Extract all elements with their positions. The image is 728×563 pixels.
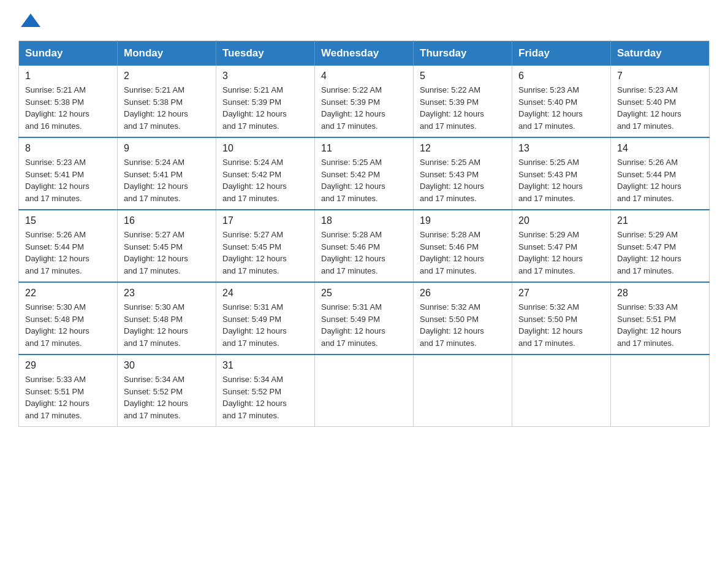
day-number: 11 [321, 143, 407, 154]
calendar-cell: 24 Sunrise: 5:31 AM Sunset: 5:49 PM Dayl… [216, 282, 315, 354]
calendar-cell: 31 Sunrise: 5:34 AM Sunset: 5:52 PM Dayl… [216, 354, 315, 427]
calendar-week-row: 29 Sunrise: 5:33 AM Sunset: 5:51 PM Dayl… [19, 354, 710, 427]
calendar-cell: 27 Sunrise: 5:32 AM Sunset: 5:50 PM Dayl… [512, 282, 611, 354]
calendar-cell: 1 Sunrise: 5:21 AM Sunset: 5:38 PM Dayli… [19, 66, 118, 137]
day-info: Sunrise: 5:28 AM Sunset: 5:46 PM Dayligh… [420, 229, 506, 277]
logo-text [18, 12, 43, 29]
day-info: Sunrise: 5:30 AM Sunset: 5:48 PM Dayligh… [124, 301, 210, 349]
day-number: 18 [321, 215, 407, 226]
day-info: Sunrise: 5:26 AM Sunset: 5:44 PM Dayligh… [25, 229, 111, 277]
calendar-header-friday: Friday [512, 41, 611, 66]
day-number: 9 [124, 143, 210, 154]
day-info: Sunrise: 5:21 AM Sunset: 5:39 PM Dayligh… [222, 84, 308, 132]
calendar-header-sunday: Sunday [19, 41, 118, 66]
day-info: Sunrise: 5:23 AM Sunset: 5:40 PM Dayligh… [518, 84, 604, 132]
calendar-week-row: 1 Sunrise: 5:21 AM Sunset: 5:38 PM Dayli… [19, 66, 710, 137]
calendar-header-saturday: Saturday [611, 41, 710, 66]
day-number: 28 [617, 288, 703, 299]
day-number: 17 [222, 215, 308, 226]
day-info: Sunrise: 5:21 AM Sunset: 5:38 PM Dayligh… [124, 84, 210, 132]
day-info: Sunrise: 5:33 AM Sunset: 5:51 PM Dayligh… [25, 373, 111, 421]
day-info: Sunrise: 5:28 AM Sunset: 5:46 PM Dayligh… [321, 229, 407, 277]
day-number: 16 [124, 215, 210, 226]
day-info: Sunrise: 5:31 AM Sunset: 5:49 PM Dayligh… [222, 301, 308, 349]
day-info: Sunrise: 5:25 AM Sunset: 5:42 PM Dayligh… [321, 156, 407, 204]
day-number: 15 [25, 215, 111, 226]
calendar-header-wednesday: Wednesday [315, 41, 414, 66]
logo [18, 12, 43, 28]
day-info: Sunrise: 5:21 AM Sunset: 5:38 PM Dayligh… [25, 84, 111, 132]
calendar-header-row: SundayMondayTuesdayWednesdayThursdayFrid… [19, 41, 710, 66]
calendar-cell [611, 354, 710, 427]
calendar-cell: 21 Sunrise: 5:29 AM Sunset: 5:47 PM Dayl… [611, 210, 710, 282]
day-info: Sunrise: 5:23 AM Sunset: 5:40 PM Dayligh… [617, 84, 703, 132]
day-info: Sunrise: 5:32 AM Sunset: 5:50 PM Dayligh… [518, 301, 604, 349]
calendar-cell: 14 Sunrise: 5:26 AM Sunset: 5:44 PM Dayl… [611, 137, 710, 210]
day-info: Sunrise: 5:33 AM Sunset: 5:51 PM Dayligh… [617, 301, 703, 349]
calendar-cell: 26 Sunrise: 5:32 AM Sunset: 5:50 PM Dayl… [414, 282, 512, 354]
day-number: 2 [124, 71, 210, 82]
day-number: 22 [25, 288, 111, 299]
calendar-cell [315, 354, 414, 427]
day-info: Sunrise: 5:32 AM Sunset: 5:50 PM Dayligh… [420, 301, 506, 349]
day-number: 20 [518, 215, 604, 226]
day-number: 23 [124, 288, 210, 299]
calendar-cell: 20 Sunrise: 5:29 AM Sunset: 5:47 PM Dayl… [512, 210, 611, 282]
calendar-cell: 9 Sunrise: 5:24 AM Sunset: 5:41 PM Dayli… [118, 137, 216, 210]
day-info: Sunrise: 5:31 AM Sunset: 5:49 PM Dayligh… [321, 301, 407, 349]
day-info: Sunrise: 5:25 AM Sunset: 5:43 PM Dayligh… [420, 156, 506, 204]
calendar-cell: 23 Sunrise: 5:30 AM Sunset: 5:48 PM Dayl… [118, 282, 216, 354]
calendar-cell: 8 Sunrise: 5:23 AM Sunset: 5:41 PM Dayli… [19, 137, 118, 210]
calendar-cell: 18 Sunrise: 5:28 AM Sunset: 5:46 PM Dayl… [315, 210, 414, 282]
calendar-header-monday: Monday [118, 41, 216, 66]
svg-marker-0 [21, 13, 40, 27]
calendar-cell: 7 Sunrise: 5:23 AM Sunset: 5:40 PM Dayli… [611, 66, 710, 137]
page-header [18, 12, 710, 28]
calendar-cell: 28 Sunrise: 5:33 AM Sunset: 5:51 PM Dayl… [611, 282, 710, 354]
calendar-cell: 30 Sunrise: 5:34 AM Sunset: 5:52 PM Dayl… [118, 354, 216, 427]
day-number: 19 [420, 215, 506, 226]
day-info: Sunrise: 5:22 AM Sunset: 5:39 PM Dayligh… [321, 84, 407, 132]
day-number: 26 [420, 288, 506, 299]
day-number: 13 [518, 143, 604, 154]
day-info: Sunrise: 5:29 AM Sunset: 5:47 PM Dayligh… [518, 229, 604, 277]
day-info: Sunrise: 5:22 AM Sunset: 5:39 PM Dayligh… [420, 84, 506, 132]
day-info: Sunrise: 5:25 AM Sunset: 5:43 PM Dayligh… [518, 156, 604, 204]
day-number: 6 [518, 71, 604, 82]
logo-arrow-icon [20, 12, 42, 29]
calendar-week-row: 8 Sunrise: 5:23 AM Sunset: 5:41 PM Dayli… [19, 137, 710, 210]
day-number: 5 [420, 71, 506, 82]
day-number: 31 [222, 360, 308, 371]
day-number: 3 [222, 71, 308, 82]
calendar-cell: 2 Sunrise: 5:21 AM Sunset: 5:38 PM Dayli… [118, 66, 216, 137]
day-info: Sunrise: 5:30 AM Sunset: 5:48 PM Dayligh… [25, 301, 111, 349]
day-number: 8 [25, 143, 111, 154]
calendar-cell: 13 Sunrise: 5:25 AM Sunset: 5:43 PM Dayl… [512, 137, 611, 210]
day-number: 27 [518, 288, 604, 299]
calendar-cell: 25 Sunrise: 5:31 AM Sunset: 5:49 PM Dayl… [315, 282, 414, 354]
calendar-week-row: 22 Sunrise: 5:30 AM Sunset: 5:48 PM Dayl… [19, 282, 710, 354]
day-number: 4 [321, 71, 407, 82]
calendar-cell: 16 Sunrise: 5:27 AM Sunset: 5:45 PM Dayl… [118, 210, 216, 282]
day-number: 7 [617, 71, 703, 82]
day-number: 1 [25, 71, 111, 82]
calendar-cell: 11 Sunrise: 5:25 AM Sunset: 5:42 PM Dayl… [315, 137, 414, 210]
calendar-table: SundayMondayTuesdayWednesdayThursdayFrid… [18, 40, 710, 427]
day-number: 29 [25, 360, 111, 371]
day-info: Sunrise: 5:24 AM Sunset: 5:42 PM Dayligh… [222, 156, 308, 204]
day-info: Sunrise: 5:26 AM Sunset: 5:44 PM Dayligh… [617, 156, 703, 204]
calendar-cell [414, 354, 512, 427]
day-info: Sunrise: 5:27 AM Sunset: 5:45 PM Dayligh… [124, 229, 210, 277]
calendar-cell: 3 Sunrise: 5:21 AM Sunset: 5:39 PM Dayli… [216, 66, 315, 137]
day-info: Sunrise: 5:34 AM Sunset: 5:52 PM Dayligh… [222, 373, 308, 421]
day-number: 24 [222, 288, 308, 299]
calendar-cell [512, 354, 611, 427]
calendar-cell: 15 Sunrise: 5:26 AM Sunset: 5:44 PM Dayl… [19, 210, 118, 282]
calendar-cell: 4 Sunrise: 5:22 AM Sunset: 5:39 PM Dayli… [315, 66, 414, 137]
day-number: 25 [321, 288, 407, 299]
day-info: Sunrise: 5:29 AM Sunset: 5:47 PM Dayligh… [617, 229, 703, 277]
day-info: Sunrise: 5:34 AM Sunset: 5:52 PM Dayligh… [124, 373, 210, 421]
day-number: 12 [420, 143, 506, 154]
day-info: Sunrise: 5:24 AM Sunset: 5:41 PM Dayligh… [124, 156, 210, 204]
day-number: 14 [617, 143, 703, 154]
